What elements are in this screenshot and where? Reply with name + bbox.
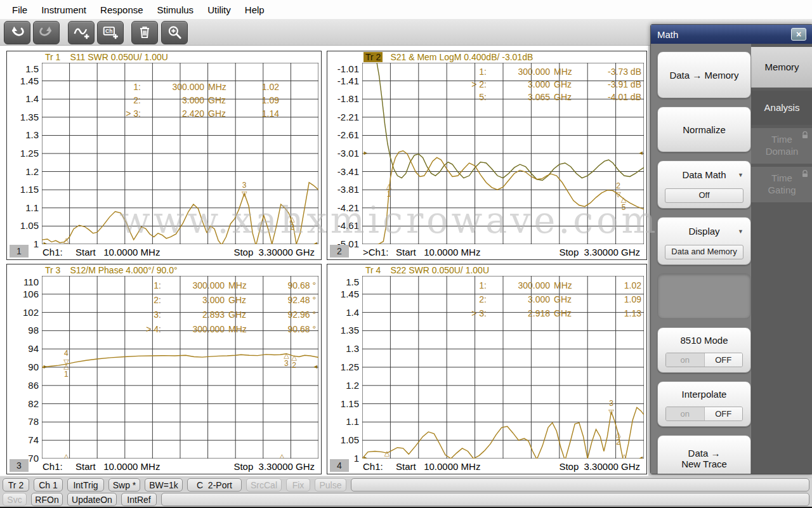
marker-id: > 3: <box>459 308 487 318</box>
marker-triangle-icon: △ <box>615 431 620 437</box>
marker-edge-tick-icon: △ <box>279 453 284 459</box>
trace-header-tr4[interactable]: Tr 4S22 SWR 0.050U/ 1.00U <box>363 265 489 275</box>
math-button-display[interactable]: Display▼Data and Memory <box>657 217 751 265</box>
tab-time-domain[interactable]: Time Domain <box>751 128 812 164</box>
status-ch-1[interactable]: Ch 1 <box>34 478 63 492</box>
trace-header-tr1[interactable]: Tr 1S11 SWR 0.050U/ 1.00U <box>43 52 168 62</box>
undo-button[interactable] <box>4 21 30 44</box>
status-fix[interactable]: Fix <box>286 478 310 492</box>
y-axis-tick: 74 <box>7 435 39 445</box>
tab-label: Time Gating <box>763 173 802 197</box>
toggle-off[interactable]: OFF <box>704 407 743 420</box>
y-axis-tick: 1.1 <box>7 203 39 213</box>
menu-item-file[interactable]: File <box>5 3 34 16</box>
math-button-normalize[interactable]: Normalize <box>657 107 751 152</box>
add-trace-button[interactable] <box>68 21 95 44</box>
math-panel-titlebar[interactable]: Math × <box>651 25 812 44</box>
status-rfon[interactable]: RFOn <box>31 493 63 506</box>
delete-button[interactable] <box>131 21 158 44</box>
math-button-label: Data → Memory <box>658 70 750 81</box>
math-button-data-to-new-trace[interactable]: Data →New Trace <box>657 435 751 474</box>
tab-label: Memory <box>764 62 799 74</box>
footer-start-label: Start 10.0000 MHz <box>75 461 160 472</box>
y-axis-tick: -3.01 <box>327 148 359 159</box>
zoom-button[interactable] <box>161 21 188 44</box>
plot-grid: ►◄△1▽2△51:300.000MHz-3.73 dB> 2:3.000GHz… <box>362 63 644 244</box>
marker-id: > 3: <box>113 108 141 119</box>
status-svc[interactable]: Svc <box>3 493 27 506</box>
menu-item-stimulus[interactable]: Stimulus <box>150 3 201 16</box>
vna-application-window: FileInstrumentResponseStimulusUtilityHel… <box>0 0 812 508</box>
status-swp[interactable]: Swp * <box>108 478 140 492</box>
marker-frequency: 3.000 <box>161 295 225 305</box>
marker-value: 92.48 ° <box>255 295 316 305</box>
channel-tab[interactable]: 4 <box>330 459 349 472</box>
y-axis-tick: -1.41 <box>327 76 359 86</box>
marker-triangle-icon: △ <box>63 363 69 369</box>
marker-readout-row: 1:300.000MHz-3.73 dB <box>459 65 641 78</box>
marker-readout-row: 2:3.000GHz92.48 ° <box>133 292 316 307</box>
toggle-on[interactable]: on <box>666 407 704 420</box>
redo-button[interactable] <box>33 21 60 44</box>
channel-tab[interactable]: 1 <box>10 245 29 257</box>
footer-stop-label: Stop 3.30000 GHz <box>559 461 640 472</box>
marker-id: 1: <box>113 82 141 92</box>
marker-number: 3 <box>284 359 289 368</box>
add-channel-button[interactable]: Ch <box>97 21 124 44</box>
y-axis-tick: -2.61 <box>327 130 359 140</box>
menu-item-help[interactable]: Help <box>238 3 272 16</box>
math-panel: Math × MemoryAnalysisTime DomainTime Gat… <box>650 24 812 474</box>
marker-frequency: 300.000 <box>161 280 225 290</box>
marker-number: 5 <box>622 203 626 212</box>
marker-readout-row: > 3:2.918GHz1.13 <box>459 306 641 320</box>
footer-channel-label: >Ch1: <box>363 247 388 257</box>
status-pulse[interactable]: Pulse <box>315 478 346 492</box>
status-blank-field <box>161 493 809 506</box>
toggle-off[interactable]: OFF <box>704 353 743 367</box>
menu-item-instrument[interactable]: Instrument <box>34 3 93 16</box>
math-sub-display[interactable]: Data and Memory <box>665 245 743 259</box>
channel-tab[interactable]: 3 <box>10 459 29 472</box>
ref-level-left-icon: ► <box>43 364 48 370</box>
math-button-data-to-memory[interactable]: Data → Memory <box>657 51 751 98</box>
marker-id: 2: <box>133 295 161 305</box>
toggle-on[interactable]: on <box>666 353 704 367</box>
marker-readout-row: 1:300.000MHz1.02 <box>459 278 641 292</box>
math-panel-buttons: Data → MemoryNormalizeData Math▼OffDispl… <box>651 44 752 474</box>
math-panel-body: MemoryAnalysisTime DomainTime Gating Dat… <box>651 44 812 474</box>
math-button-data-math[interactable]: Data Math▼Off <box>657 160 751 209</box>
marker-unit: GHz <box>550 308 580 318</box>
trace-header-tr2[interactable]: Tr 2S21 & Mem LogM 0.400dB/ -3.01dB <box>363 52 533 62</box>
marker-number: 4 <box>64 349 69 358</box>
marker-triangle-icon: △ <box>284 352 289 358</box>
status-srccal[interactable]: SrcCal <box>246 478 282 492</box>
status-bw-1k[interactable]: BW=1k <box>145 478 183 492</box>
plot-grid: ►◄△1▽3△21:300.000MHz1.022:3.000GHz1.09> … <box>42 63 318 244</box>
status-tr-2[interactable]: Tr 2 <box>3 478 29 492</box>
status-inttrig[interactable]: IntTrig <box>67 478 104 492</box>
close-icon[interactable]: × <box>791 28 806 41</box>
y-axis-tick: 102 <box>7 308 39 318</box>
footer-stop-label: Stop 3.30000 GHz <box>233 461 315 472</box>
marker-value: -3.91 dB <box>580 79 641 89</box>
footer-channel-label: Ch1: <box>363 461 383 472</box>
plot-tr3: Tr 3S12/M Phase 4.000°/ 90.0°11010610298… <box>6 264 322 474</box>
ref-level-right-icon: ◄ <box>638 455 644 459</box>
channel-tab[interactable]: 2 <box>330 245 349 257</box>
zoom-icon <box>166 24 183 41</box>
math-sub-data-math[interactable]: Off <box>665 188 743 203</box>
tab-analysis[interactable]: Analysis <box>751 91 812 125</box>
math-button-interpolate[interactable]: InterpolateonOFF <box>657 381 751 427</box>
trace-header-tr3[interactable]: Tr 3S12/M Phase 4.000°/ 90.0° <box>43 265 178 275</box>
status-c-2-port[interactable]: C 2-Port <box>187 478 242 492</box>
status-intref[interactable]: IntRef <box>121 493 157 506</box>
marker-id: > 4: <box>133 324 161 334</box>
marker-frequency: 2.918 <box>487 308 550 318</box>
status-updateon[interactable]: UpdateOn <box>67 493 117 506</box>
tab-time-gating[interactable]: Time Gating <box>751 167 812 202</box>
tab-memory[interactable]: Memory <box>751 47 812 88</box>
math-button-8510-mode[interactable]: 8510 ModeonOFF <box>657 327 751 373</box>
footer-stop-label: Stop 3.30000 GHz <box>233 247 315 257</box>
menu-item-utility[interactable]: Utility <box>200 3 238 16</box>
menu-item-response[interactable]: Response <box>93 3 150 16</box>
